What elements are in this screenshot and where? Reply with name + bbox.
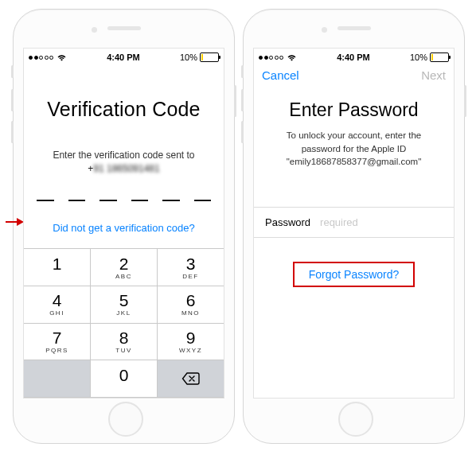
key-backspace[interactable] [158,360,224,398]
code-digit-slot[interactable] [37,198,54,201]
power-button [234,85,236,117]
key-8[interactable]: 8TUV [91,324,158,361]
speaker [107,26,141,30]
forgot-password-link[interactable]: Forgot Password? [293,262,416,287]
status-time: 4:40 PM [107,52,140,62]
code-input[interactable] [24,198,224,201]
key-9[interactable]: 9WXYZ [158,324,224,361]
front-camera [92,27,97,33]
password-label: Password [265,216,310,228]
status-bar: 4:40 PM 10% [254,49,454,64]
key-5[interactable]: 5JKL [91,286,158,324]
number-keypad: 1 2ABC 3DEF 4GHI 5JKL 6MNO 7PQRS 8TUV 9W… [24,248,224,398]
battery-percent: 10% [180,52,197,62]
battery-percent: 10% [410,52,427,62]
volume-down-button [11,121,14,143]
wifi-icon [287,54,297,61]
home-button[interactable] [108,402,143,437]
wifi-icon [57,54,67,61]
home-button[interactable] [338,402,373,437]
screen-right: 4:40 PM 10% Cancel Next Enter Password T… [253,48,455,399]
code-digit-slot[interactable] [99,198,117,201]
signal-dots-icon [259,56,283,60]
status-time: 4:40 PM [337,52,370,62]
annotation-arrow [6,218,24,226]
resend-code-link[interactable]: Did not get a verification code? [24,222,224,234]
code-digit-slot[interactable] [68,198,86,201]
mute-switch [241,65,244,78]
code-digit-slot[interactable] [194,198,212,201]
mute-switch [11,65,14,78]
key-3[interactable]: 3DEF [158,249,224,286]
key-7[interactable]: 7PQRS [24,324,91,361]
nav-bar: Cancel Next [254,64,454,84]
screen-left: 4:40 PM 10% Verification Code Enter the … [23,48,224,399]
key-blank [24,360,91,398]
status-bar: 4:40 PM 10% [24,49,224,64]
code-digit-slot[interactable] [131,198,149,201]
front-camera [322,27,327,33]
phone-number: +91 1865091481 [24,163,224,174]
key-0[interactable]: 0 [91,360,158,398]
iphone-left: 4:40 PM 10% Verification Code Enter the … [13,9,235,444]
page-title: Verification Code [24,98,224,121]
power-button [464,85,466,117]
instruction-text: Enter the verification code sent to [24,149,224,161]
code-digit-slot[interactable] [162,198,180,201]
password-input[interactable] [318,216,455,229]
signal-dots-icon [29,56,53,60]
volume-down-button [241,121,244,143]
key-1[interactable]: 1 [24,249,91,286]
battery-icon [430,52,449,62]
backspace-icon [181,371,201,386]
key-4[interactable]: 4GHI [24,286,91,324]
key-6[interactable]: 6MNO [158,286,224,324]
volume-up-button [241,89,244,111]
password-row: Password [254,207,454,238]
next-button[interactable]: Next [421,68,446,82]
key-2[interactable]: 2ABC [91,249,158,286]
iphone-right: 4:40 PM 10% Cancel Next Enter Password T… [243,9,465,444]
volume-up-button [11,89,14,111]
speaker [337,26,371,30]
apple-id-email: "emily18687858377@gmail.com" [287,157,421,166]
cancel-button[interactable]: Cancel [262,68,299,82]
battery-icon [200,52,219,62]
instruction-text: To unlock your account, enter the passwo… [254,129,454,169]
page-title: Enter Password [254,99,454,121]
